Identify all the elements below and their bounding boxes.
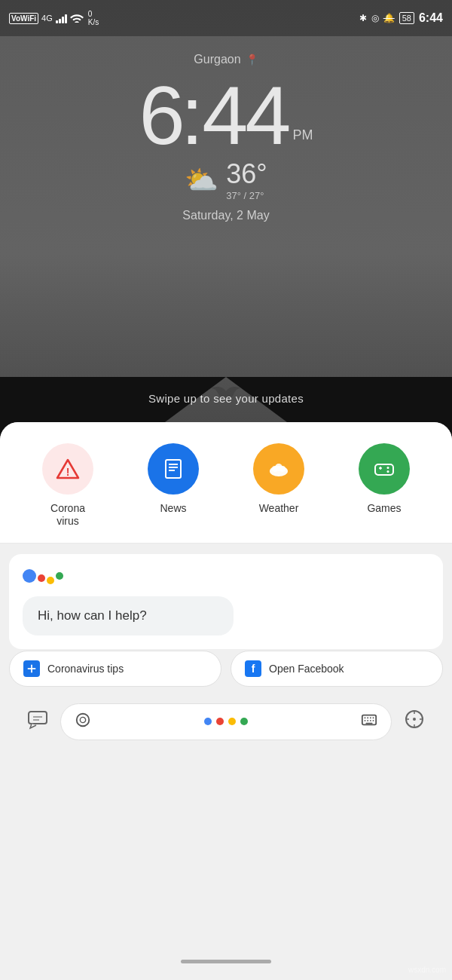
svg-point-8 xyxy=(272,466,278,472)
weather-row: ⛅ 36° 37° / 27° xyxy=(185,158,267,201)
speed-label: 0K/s xyxy=(88,10,99,26)
app-item-weather[interactable]: Weather xyxy=(249,443,309,515)
chip-open-facebook[interactable]: f Open Facebook xyxy=(231,651,443,687)
voice-dot-green xyxy=(240,718,248,725)
battery-level: 58 xyxy=(402,14,411,23)
chip-coronavirus-label: Coronavirus tips xyxy=(47,663,124,675)
assistant-greeting-text: Hi, how can I help? xyxy=(38,608,147,623)
news-label: News xyxy=(160,502,186,515)
chip-coronavirus-tips[interactable]: Coronavirus tips xyxy=(9,651,221,687)
swipe-text: Swipe up to see your updates xyxy=(0,392,452,405)
app-item-games[interactable]: Games xyxy=(354,443,414,515)
weather-label: Weather xyxy=(259,502,299,515)
lens-icon xyxy=(75,712,91,728)
svg-text:!: ! xyxy=(66,466,70,478)
app-item-coronavirus[interactable]: ! Coronavirus xyxy=(38,443,98,528)
assistant-area: Hi, how can I help? xyxy=(9,554,443,649)
wifi-icon xyxy=(70,12,84,24)
voice-dot-blue xyxy=(204,718,212,725)
games-label: Games xyxy=(367,502,401,515)
warning-triangle-icon: ! xyxy=(56,457,80,481)
news-icon-circle xyxy=(148,443,199,495)
date-display: Saturday, 2 May xyxy=(182,209,269,222)
location-pin-icon: 📍 xyxy=(246,54,258,66)
clock-display: 6 : 44 PM xyxy=(139,74,313,157)
svg-point-14 xyxy=(387,467,389,469)
voice-dot-red xyxy=(216,718,224,725)
svg-rect-17 xyxy=(28,668,36,669)
google-logo-dots xyxy=(23,568,429,584)
suggestion-chips: Coronavirus tips f Open Facebook xyxy=(0,651,452,687)
svg-point-34 xyxy=(413,718,416,721)
bell-icon: 🔔 xyxy=(383,13,395,23)
status-bar: VoWiFi 4G 0K/s ✱ ◎ 🔔 58 6:44 xyxy=(0,0,452,36)
keyboard-icon[interactable] xyxy=(361,712,377,732)
center-pill[interactable] xyxy=(60,703,392,740)
quick-apps-row: ! Coronavirus News xyxy=(0,422,452,544)
svg-rect-10 xyxy=(375,464,393,475)
clock-ampm: PM xyxy=(293,127,313,143)
plus-icon xyxy=(26,663,37,674)
signal-label: 4G xyxy=(41,14,53,23)
compass-svg-icon xyxy=(404,709,425,730)
svg-rect-18 xyxy=(29,712,47,724)
home-indicator[interactable] xyxy=(0,960,452,972)
svg-point-22 xyxy=(80,717,85,722)
google-dot-green xyxy=(56,572,63,580)
clock-minute: 44 xyxy=(202,74,288,157)
camera-icon[interactable] xyxy=(75,712,91,732)
chip-facebook-label: Open Facebook xyxy=(269,663,344,675)
news-document-icon xyxy=(161,457,185,481)
google-dot-blue xyxy=(23,569,36,583)
weather-cloud-icon: ⛅ xyxy=(185,164,218,196)
compass-icon[interactable] xyxy=(404,709,425,734)
assistant-voice-dots xyxy=(204,718,248,725)
location-row: Gurgaon 📍 xyxy=(194,53,258,66)
chip-facebook-icon: f xyxy=(245,660,261,677)
weather-range: 37° / 27° xyxy=(226,190,267,201)
bottom-toolbar xyxy=(9,694,443,749)
games-icon-circle xyxy=(359,443,410,495)
watermark: wsxdn.com xyxy=(408,966,446,974)
messages-icon[interactable] xyxy=(27,709,48,734)
app-item-news[interactable]: News xyxy=(143,443,203,515)
home-bar xyxy=(181,960,271,963)
clock-hour: 6 xyxy=(139,74,182,157)
bottom-sheet: ! Coronavirus News xyxy=(0,422,452,980)
svg-rect-2 xyxy=(166,460,181,478)
status-left: VoWiFi 4G 0K/s xyxy=(9,10,99,26)
svg-point-15 xyxy=(387,470,389,473)
clock-colon: : xyxy=(181,74,204,157)
voice-dot-yellow xyxy=(228,718,236,725)
weather-icon-circle xyxy=(253,443,304,495)
chat-icon xyxy=(27,709,48,730)
keyboard-symbol-icon xyxy=(361,712,377,728)
wallpaper: Gurgaon 📍 6 : 44 PM ⛅ 36° 37° / 27° Satu… xyxy=(0,0,452,422)
cloud-icon xyxy=(267,457,291,481)
battery-icon: 58 xyxy=(399,12,414,24)
coronavirus-icon-circle: ! xyxy=(42,443,93,495)
swipe-label: Swipe up to see your updates xyxy=(148,392,304,405)
location-name: Gurgaon xyxy=(194,53,240,66)
assistant-greeting-bubble: Hi, how can I help? xyxy=(23,596,234,635)
vowifi-label: VoWiFi xyxy=(9,13,38,24)
chip-covid-icon xyxy=(23,660,40,677)
status-right: ✱ ◎ 🔔 58 6:44 xyxy=(359,11,443,25)
svg-point-21 xyxy=(77,713,90,726)
google-dot-yellow xyxy=(47,577,54,584)
gamepad-icon xyxy=(372,457,396,481)
google-dot-red xyxy=(38,574,45,582)
weather-temperature: 36° xyxy=(226,158,267,190)
coronavirus-label: Coronavirus xyxy=(50,502,85,528)
svg-point-9 xyxy=(279,466,286,472)
signal-bars-icon xyxy=(56,13,67,23)
location-icon: ◎ xyxy=(371,13,379,23)
bluetooth-icon: ✱ xyxy=(359,13,367,23)
clock-label: 6:44 xyxy=(419,11,443,25)
